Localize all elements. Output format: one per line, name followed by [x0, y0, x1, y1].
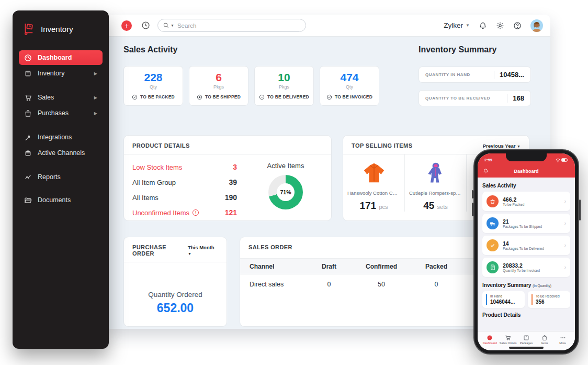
- phone-tab-sales-orders[interactable]: Sales Orders: [499, 333, 517, 346]
- settings-button[interactable]: [496, 21, 504, 30]
- cart-icon: [505, 335, 511, 341]
- purchase-order-filter-dropdown[interactable]: This Month ▼: [188, 245, 218, 256]
- chevron-right-icon: ▶: [94, 111, 97, 116]
- sidebar-item-label: Sales: [38, 94, 88, 101]
- chevron-right-icon: ›: [564, 198, 566, 204]
- package-icon: [490, 198, 495, 204]
- sales-activity-cards: 228 Qty TO BE PACKED 6 Pkgs TO BE SHIPPE…: [123, 66, 379, 106]
- phone-card-to-be-invoiced[interactable]: 20833.2 Quantity To be Invoiced ›: [482, 258, 570, 277]
- phone-tab-more[interactable]: More: [553, 333, 572, 346]
- check-circle-icon: [132, 94, 138, 100]
- to-be-shipped-label: TO BE SHIPPED: [205, 94, 241, 99]
- sidebar-item-inventory[interactable]: Inventory ▶: [19, 66, 103, 81]
- to-be-invoiced-card[interactable]: 474 Qty TO BE INVOICED: [320, 66, 379, 106]
- org-selector[interactable]: Zylker ▼: [444, 21, 470, 29]
- phone-to-be-received-label: To Be Received: [536, 294, 567, 298]
- quantity-in-hand-row[interactable]: QUANTITY IN HAND 10458...: [419, 67, 531, 83]
- invoice-icon: [490, 264, 495, 270]
- top-selling-filter-dropdown[interactable]: Previous Year ▼: [483, 143, 521, 149]
- brand[interactable]: Inventory: [19, 22, 103, 36]
- top-selling-item-2-unit: sets: [437, 204, 448, 210]
- quick-create-button[interactable]: +: [121, 20, 132, 31]
- phone-in-hand-label: In Hand: [490, 294, 521, 298]
- check-circle-icon: [326, 94, 332, 100]
- phone-card-to-be-packed[interactable]: 466.2 To be Packed ›: [482, 192, 570, 211]
- col-draft[interactable]: Draft: [308, 263, 350, 270]
- sidebar-item-active-channels[interactable]: Active Channels: [19, 146, 103, 160]
- sidebar-item-reports[interactable]: Reports: [19, 170, 103, 184]
- phone-body: Sales Activity 466.2 To be Packed ›: [478, 178, 575, 318]
- sales-order-title: SALES ORDER: [248, 244, 292, 250]
- col-confirmed[interactable]: Confirmed: [350, 263, 413, 270]
- search-input[interactable]: [177, 23, 300, 29]
- active-items-donut[interactable]: 71%: [268, 175, 303, 209]
- search-icon: [163, 23, 169, 28]
- low-stock-items-row[interactable]: Low Stock Items 3: [132, 163, 237, 171]
- phone-card-to-be-delivered[interactable]: 14 Packages To be Delivered ›: [482, 236, 570, 255]
- phone-card-to-be-shipped[interactable]: 21 Packages To be Shipped ›: [482, 214, 570, 233]
- phone-to-be-shipped-label: Packages To be Shipped: [503, 225, 542, 228]
- quantity-to-be-received-row[interactable]: QUANTITY TO BE RECEIVED 168: [419, 90, 531, 106]
- to-be-delivered-value: 10: [278, 72, 290, 83]
- sidebar-item-sales[interactable]: Sales ▶: [19, 90, 103, 105]
- channels-icon: [24, 149, 32, 157]
- wifi-icon: [556, 158, 560, 162]
- user-avatar[interactable]: [530, 19, 543, 32]
- gear-icon: [496, 21, 504, 30]
- quantity-ordered-value: 652.00: [124, 301, 227, 315]
- sidebar-item-integrations[interactable]: Integrations: [19, 130, 103, 145]
- recent-history-button[interactable]: [141, 21, 150, 30]
- sidebar-gap: [19, 121, 103, 130]
- minus-circle-icon: [259, 94, 265, 100]
- sidebar-item-purchases[interactable]: Purchases ▶: [19, 106, 103, 120]
- to-be-packed-card[interactable]: 228 Qty TO BE PACKED: [123, 66, 183, 106]
- top-selling-item-1[interactable]: Hanswooly Cotton Cas... 171 pcs: [343, 154, 405, 212]
- search-scope-caret-icon[interactable]: ▼: [171, 24, 174, 27]
- history-clock-icon: [141, 21, 150, 30]
- question-icon: [513, 21, 522, 30]
- quantity-to-be-received-value: 168: [513, 94, 524, 102]
- phone-to-be-received-card[interactable]: To Be Received 356: [528, 291, 570, 308]
- col-channel[interactable]: Channel: [240, 263, 308, 270]
- phone-tab-dashboard[interactable]: Dashboard: [481, 333, 499, 346]
- quantity-ordered-label: Quantity Ordered: [124, 291, 227, 298]
- top-selling-item-2-qty: 45: [423, 200, 434, 211]
- info-icon[interactable]: !: [193, 209, 199, 216]
- help-button[interactable]: [513, 21, 522, 30]
- all-items-row[interactable]: All Items 190: [132, 193, 237, 202]
- sidebar-item-dashboard[interactable]: Dashboard: [19, 50, 103, 65]
- col-packed[interactable]: Packed: [413, 263, 460, 270]
- top-selling-item-2[interactable]: Cutiepie Rompers-spo... 45 sets: [405, 154, 467, 212]
- sidebar-item-documents[interactable]: Documents: [19, 193, 103, 207]
- phone-in-hand-card[interactable]: In Hand 1046044...: [482, 291, 525, 308]
- phone-inventory-summary-title: Inventory Summary: [482, 282, 531, 288]
- phone-home-indicator[interactable]: [509, 347, 544, 349]
- phone-inventory-summary-subtitle: (In Quantity): [533, 284, 551, 287]
- phone-mockup: 2:59 Dashboard Sales Activity: [473, 149, 579, 355]
- phone-tab-items[interactable]: Items: [535, 333, 553, 346]
- reports-icon: [24, 173, 32, 181]
- all-item-group-row[interactable]: All Item Group 39: [132, 178, 237, 186]
- sidebar: Inventory Dashboard Inventory ▶ Sales ▶ …: [13, 10, 109, 349]
- notifications-button[interactable]: [479, 21, 487, 30]
- search-box[interactable]: ▼: [157, 19, 306, 32]
- truck-icon: [490, 220, 496, 227]
- divider: [507, 94, 507, 103]
- to-be-shipped-card[interactable]: 6 Pkgs TO BE SHIPPED: [189, 66, 248, 106]
- phone-tab-packages[interactable]: Packages: [517, 333, 536, 346]
- top-bar: + ▼ Zylker ▼: [105, 15, 550, 37]
- sales-activity-title: Sales Activity: [123, 45, 177, 54]
- sidebar-item-label: Dashboard: [38, 54, 97, 61]
- unconfirmed-items-row[interactable]: Unconfirmed Items ! 121: [132, 208, 237, 217]
- to-be-delivered-card[interactable]: 10 Pkgs TO BE DELIVERED: [254, 66, 314, 106]
- bag-icon: [541, 335, 548, 341]
- integrations-icon: [24, 134, 32, 141]
- sidebar-item-label: Active Channels: [38, 149, 97, 157]
- box-icon: [24, 70, 32, 78]
- bell-icon[interactable]: [483, 168, 489, 174]
- more-ellipsis-icon: [560, 335, 566, 341]
- divider: [494, 71, 494, 79]
- sidebar-gap: [19, 82, 103, 90]
- phone-to-be-invoiced-label: Quantity To be Invoiced: [503, 269, 540, 272]
- active-items-label: Active Items: [252, 162, 320, 170]
